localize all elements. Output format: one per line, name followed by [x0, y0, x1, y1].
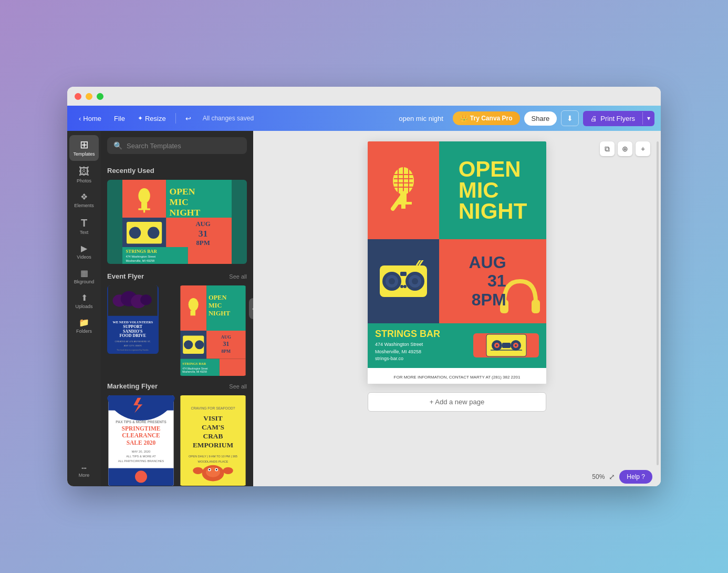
marketing-template-crab[interactable]: CRAVING FOR SEAFOOD? VISIT CAM'S CRAB EM… — [179, 395, 247, 486]
close-button[interactable] — [75, 93, 81, 100]
templates-content: Recently Used — [101, 158, 253, 486]
home-button[interactable]: ‹ Home — [74, 112, 107, 125]
search-bar: 🔍 — [101, 131, 253, 158]
svg-text:FOOD DRIVE: FOOD DRIVE — [120, 333, 147, 338]
svg-text:STRINGS BAR: STRINGS BAR — [182, 362, 206, 365]
resize-button[interactable]: ✦ Resize — [132, 112, 171, 125]
svg-text:OPEN: OPEN — [170, 186, 195, 197]
search-icon: 🔍 — [113, 141, 122, 150]
event-flyer-see-all[interactable]: See all — [229, 273, 247, 280]
templates-panel: 🔍 Recently Used — [101, 131, 253, 486]
flyer-date-8pm: 8PM — [469, 291, 506, 309]
svg-rect-103 — [400, 272, 407, 276]
sidebar-item-templates[interactable]: ⊞ Templates — [69, 135, 99, 161]
copy-page-button[interactable]: ⧉ — [600, 141, 615, 156]
flyer-date-section: AUG 31 8PM — [439, 239, 546, 323]
svg-text:Mosherville, MI 49258: Mosherville, MI 49258 — [126, 259, 154, 262]
svg-text:474 Washington Street: 474 Washington Street — [126, 255, 155, 258]
maximize-button[interactable] — [97, 93, 103, 100]
marketing-flyer-grid: PAX TIPS & MORE PRESENTS SPRINGTIME CLEA… — [107, 395, 247, 486]
help-button[interactable]: Help ? — [619, 470, 652, 484]
print-button[interactable]: 🖨 Print Flyers — [583, 111, 642, 126]
svg-point-99 — [389, 278, 395, 284]
flyer-canvas[interactable]: OPEN MIC NIGHT — [368, 141, 546, 384]
marketing-flyer-see-all[interactable]: See all — [229, 383, 247, 390]
sidebar-item-background[interactable]: ▦ Bkground — [69, 265, 99, 289]
svg-point-27 — [140, 294, 152, 305]
canvas-area: ⧉ ⊕ + — [253, 131, 661, 486]
print-dropdown-button[interactable]: ▾ — [643, 111, 654, 126]
svg-rect-117 — [502, 343, 511, 348]
flyer-design: OPEN MIC NIGHT — [368, 141, 546, 384]
svg-point-82 — [209, 469, 210, 470]
file-menu-button[interactable]: File — [109, 112, 130, 125]
svg-rect-51 — [220, 359, 246, 376]
sidebar-item-text[interactable]: T Text — [69, 213, 99, 239]
canvas-scroll[interactable]: OPEN MIC NIGHT — [253, 131, 661, 467]
main-area: ⊞ Templates 🖼 Photos ❖ Elements T Text ▶… — [67, 131, 661, 486]
flyer-date-aug: AUG — [469, 253, 506, 272]
fullscreen-icon: ⤢ — [609, 473, 615, 481]
sidebar-more-button[interactable]: ••• More — [75, 462, 94, 482]
share-button[interactable]: Share — [524, 111, 557, 126]
svg-point-12 — [129, 227, 141, 239]
panel-collapse-handle[interactable]: ‹ — [249, 298, 253, 319]
saved-status: All changes saved — [203, 115, 254, 122]
search-input[interactable] — [127, 142, 241, 150]
recently-used-template[interactable]: OPEN MIC NIGHT AUG 31 — [107, 180, 247, 264]
svg-text:AUG: AUG — [221, 334, 231, 340]
svg-text:AUG: AUG — [195, 220, 210, 228]
toolbar: ‹ Home File ✦ Resize ↩ All changes saved… — [67, 106, 661, 131]
svg-point-83 — [216, 469, 217, 470]
svg-rect-57 — [108, 395, 173, 411]
fullscreen-button[interactable]: ⤢ — [609, 473, 615, 481]
event-template-open-mic[interactable]: OPEN MIC NIGHT AUG 31 8PM — [179, 285, 247, 376]
event-template-food-drive[interactable]: WE NEED VOLUNTEERS SUPPORT SANDIO'S FOOD… — [107, 285, 159, 354]
svg-text:NIGHT: NIGHT — [170, 207, 201, 218]
sidebar-item-photos[interactable]: 🖼 Photos — [69, 162, 99, 188]
chevron-down-icon: ▾ — [647, 115, 650, 122]
svg-point-113 — [496, 344, 498, 346]
svg-text:MAY 20, 2020: MAY 20, 2020 — [132, 450, 151, 453]
sidebar-item-elements[interactable]: ❖ Elements — [69, 189, 99, 212]
svg-text:CRAVING FOR SEAFOOD?: CRAVING FOR SEAFOOD? — [191, 406, 235, 410]
flyer-mic-section — [368, 141, 439, 239]
svg-rect-38 — [191, 311, 196, 316]
crown-icon: 👑 — [460, 115, 468, 122]
svg-point-37 — [189, 298, 199, 311]
marketing-flyer-section-header: Marketing Flyer See all — [107, 382, 247, 390]
svg-point-77 — [206, 467, 220, 477]
svg-text:CRAB: CRAB — [203, 432, 223, 440]
flyer-contact-text: FOR MORE INFORMATION, CONTACT MARTY AT (… — [394, 375, 521, 380]
canvas-scrollbar[interactable] — [657, 141, 659, 465]
videos-icon: ▶ — [81, 244, 87, 253]
svg-point-104 — [400, 285, 403, 288]
marketing-template-springtime[interactable]: PAX TIPS & MORE PRESENTS SPRINGTIME CLEA… — [107, 395, 175, 486]
svg-text:ALL PARTICIPATING BRANCHES: ALL PARTICIPATING BRANCHES — [118, 459, 164, 463]
text-icon: T — [81, 218, 87, 228]
folders-icon: 📁 — [79, 319, 89, 327]
add-page-button[interactable]: + — [636, 141, 650, 156]
add-page-button[interactable]: + Add a new page — [368, 392, 546, 412]
undo-button[interactable]: ↩ — [180, 112, 196, 125]
canva-pro-button[interactable]: 👑 Try Canva Pro — [453, 111, 520, 125]
flyer-title-section: OPEN MIC NIGHT — [439, 141, 546, 239]
sidebar-item-videos[interactable]: ▶ Videos — [69, 240, 99, 264]
duplicate-page-button[interactable]: ⊕ — [618, 141, 632, 156]
flyer-title-line1: OPEN — [459, 159, 527, 180]
canvas-bottom-bar: 50% ⤢ Help ? — [253, 467, 661, 486]
svg-text:MIC: MIC — [209, 302, 222, 309]
svg-point-46 — [195, 340, 204, 349]
sidebar-item-uploads[interactable]: ⬆ Uploads — [69, 290, 99, 313]
flyer-venue-info: STRINGS BAR 474 Washington StreetMosherv… — [375, 329, 473, 363]
sidebar-item-folders[interactable]: 📁 Folders — [69, 314, 99, 338]
svg-text:OPEN: OPEN — [209, 294, 227, 301]
svg-text:31: 31 — [223, 340, 229, 347]
flyer-venue-name: STRINGS BAR — [375, 329, 473, 340]
svg-text:STRINGS BAR: STRINGS BAR — [126, 249, 157, 254]
minimize-button[interactable] — [86, 93, 92, 100]
download-button[interactable]: ⬇ — [561, 110, 579, 126]
svg-text:CREATED AT 474 ANYWHERE ST,: CREATED AT 474 ANYWHERE ST, — [115, 340, 151, 343]
svg-text:SALE 2020: SALE 2020 — [127, 439, 156, 446]
title-bar — [67, 87, 661, 106]
